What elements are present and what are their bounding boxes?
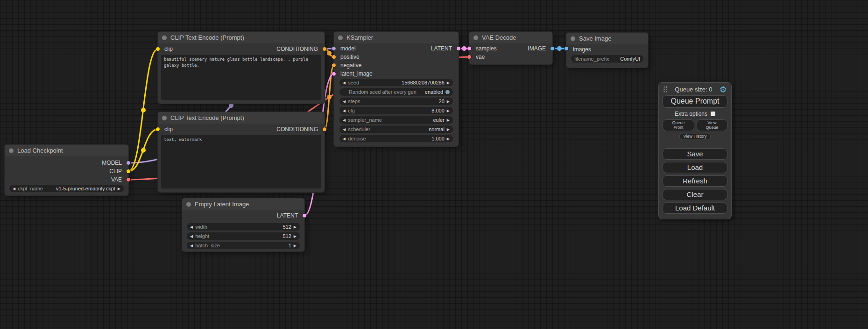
collapse-toggle-icon[interactable] (338, 35, 343, 40)
wire-dot-clip-negative[interactable] (141, 148, 146, 153)
decrement-arrow-icon[interactable]: ◀ (190, 234, 193, 238)
input-label-images: images (573, 45, 591, 54)
wire-dot-clip-positive[interactable] (141, 108, 146, 112)
widget-height[interactable]: ◀ height 512 ▶ (187, 232, 300, 240)
node-empty-latent-image[interactable]: Empty Latent Image LATENT ◀ width 512 ▶ … (182, 198, 304, 252)
node-ksampler[interactable]: KSampler model LATENT positive negative … (334, 32, 459, 147)
increment-arrow-icon[interactable]: ▶ (294, 244, 296, 248)
wire-dot-image[interactable] (557, 46, 562, 51)
node-header[interactable]: CLIP Text Encode (Prompt) (158, 32, 325, 43)
output-port-latent[interactable] (302, 213, 307, 218)
input-port-positive[interactable] (332, 55, 336, 59)
input-port-clip[interactable] (155, 127, 160, 132)
widget-cfg[interactable]: ◀ cfg 8.000 ▶ (339, 107, 453, 114)
wire-dot-model[interactable] (229, 103, 233, 108)
load-default-button[interactable]: Load Default (663, 203, 727, 214)
decrement-arrow-icon[interactable]: ◀ (190, 225, 193, 229)
increment-arrow-icon[interactable]: ▶ (447, 81, 450, 85)
node-header[interactable]: KSampler (334, 32, 459, 43)
output-port-image[interactable] (550, 46, 555, 51)
refresh-button[interactable]: Refresh (663, 175, 727, 187)
node-graph-canvas[interactable]: Load Checkpoint MODEL CLIP VAE ◀ ckpt_na… (0, 0, 868, 329)
widget-scheduler[interactable]: ◀ scheduler normal ▶ (339, 126, 453, 133)
increment-arrow-icon[interactable]: ▶ (294, 225, 296, 229)
wire-dot-conditioning-positive[interactable] (327, 51, 332, 56)
output-port-latent[interactable] (456, 46, 461, 51)
decrement-arrow-icon[interactable]: ◀ (343, 137, 346, 141)
node-title: VAE Decode (482, 34, 516, 41)
collapse-toggle-icon[interactable] (571, 36, 575, 41)
input-port-model[interactable] (332, 46, 336, 51)
drag-handle-icon[interactable] (663, 86, 668, 93)
input-port-samples[interactable] (467, 46, 472, 51)
node-header[interactable]: Save Image (566, 33, 648, 44)
node-clip-text-encode-negative[interactable]: CLIP Text Encode (Prompt) clip CONDITION… (158, 112, 325, 192)
node-save-image[interactable]: Save Image images filename_prefix ComfyU… (566, 33, 648, 68)
increment-arrow-icon[interactable]: ▶ (294, 234, 296, 238)
output-port-model[interactable] (126, 161, 131, 165)
widget-seed[interactable]: ◀ seed 156680208700286 ▶ (339, 79, 453, 86)
output-port-clip[interactable] (126, 169, 131, 174)
view-history-button[interactable]: View History (679, 133, 711, 140)
decrement-arrow-icon[interactable]: ◀ (343, 118, 346, 122)
decrement-arrow-icon[interactable]: ◀ (343, 81, 346, 85)
wire-dot-conditioning-negative[interactable] (327, 95, 332, 99)
collapse-toggle-icon[interactable] (162, 116, 167, 120)
node-vae-decode[interactable]: VAE Decode samples IMAGE vae (469, 32, 552, 64)
wire-dot-latent-output[interactable] (462, 46, 466, 51)
node-header[interactable]: CLIP Text Encode (Prompt) (158, 112, 325, 124)
queue-size-label: Queue size: 0 (675, 86, 712, 93)
prompt-textarea[interactable]: beautiful scenery nature glass bottle la… (161, 55, 321, 100)
increment-arrow-icon[interactable]: ▶ (447, 109, 450, 113)
widget-denoise[interactable]: ◀ denoise 1.000 ▶ (339, 135, 453, 142)
input-port-clip[interactable] (155, 47, 160, 51)
node-header[interactable]: Load Checkpoint (5, 145, 128, 156)
increment-arrow-icon[interactable]: ▶ (118, 187, 120, 191)
increment-arrow-icon[interactable]: ▶ (447, 137, 450, 141)
widget-filename-prefix[interactable]: filename_prefix ComfyUI (571, 55, 643, 63)
widget-steps[interactable]: ◀ steps 20 ▶ (339, 98, 453, 105)
collapse-toggle-icon[interactable] (473, 35, 478, 40)
widget-value: 1.000 (431, 136, 445, 141)
load-button[interactable]: Load (663, 162, 727, 173)
input-port-images[interactable] (564, 46, 569, 51)
input-label-latent-image: latent_image (340, 70, 373, 78)
increment-arrow-icon[interactable]: ▶ (447, 99, 450, 104)
input-port-latent-image[interactable] (332, 71, 336, 76)
queue-menu-panel[interactable]: Queue size: 0 ⚙ Queue Prompt Extra optio… (658, 82, 732, 219)
decrement-arrow-icon[interactable]: ◀ (13, 187, 15, 191)
decrement-arrow-icon[interactable]: ◀ (343, 99, 346, 104)
view-queue-button[interactable]: View Queue (697, 119, 727, 131)
decrement-arrow-icon[interactable]: ◀ (343, 127, 346, 132)
node-header[interactable]: VAE Decode (469, 32, 552, 43)
output-port-conditioning[interactable] (322, 127, 327, 132)
prompt-textarea[interactable]: text, watermark (161, 135, 321, 189)
collapse-toggle-icon[interactable] (162, 35, 167, 40)
output-port-conditioning[interactable] (322, 47, 327, 51)
toggle-dot-icon[interactable] (445, 90, 450, 94)
node-load-checkpoint[interactable]: Load Checkpoint MODEL CLIP VAE ◀ ckpt_na… (5, 145, 128, 196)
settings-gear-icon[interactable]: ⚙ (720, 86, 727, 93)
queue-prompt-button[interactable]: Queue Prompt (663, 95, 727, 108)
save-button[interactable]: Save (663, 148, 727, 160)
increment-arrow-icon[interactable]: ▶ (447, 127, 450, 132)
decrement-arrow-icon[interactable]: ◀ (343, 109, 346, 113)
widget-random-seed-toggle[interactable]: Random seed after every gen enabled (339, 88, 453, 96)
queue-front-button[interactable]: Queue Front (663, 119, 694, 131)
widget-sampler-name[interactable]: ◀ sampler_name euler ▶ (339, 116, 453, 124)
widget-width[interactable]: ◀ width 512 ▶ (187, 223, 300, 231)
output-port-vae[interactable] (126, 177, 131, 182)
extra-options-checkbox[interactable] (711, 112, 715, 116)
node-header[interactable]: Empty Latent Image (182, 198, 304, 210)
widget-ckpt-name[interactable]: ◀ ckpt_name v1-5-pruned-emaonly.ckpt ▶ (9, 185, 124, 192)
input-port-negative[interactable] (332, 63, 336, 68)
increment-arrow-icon[interactable]: ▶ (447, 118, 450, 122)
input-port-vae[interactable] (467, 55, 472, 59)
collapse-toggle-icon[interactable] (9, 148, 14, 153)
collapse-toggle-icon[interactable] (186, 202, 191, 207)
widget-value: 8.000 (431, 108, 445, 113)
decrement-arrow-icon[interactable]: ◀ (190, 244, 193, 248)
widget-batch-size[interactable]: ◀ batch_size 1 ▶ (187, 242, 300, 249)
node-clip-text-encode-positive[interactable]: CLIP Text Encode (Prompt) clip CONDITION… (158, 32, 325, 104)
clear-button[interactable]: Clear (663, 189, 727, 200)
